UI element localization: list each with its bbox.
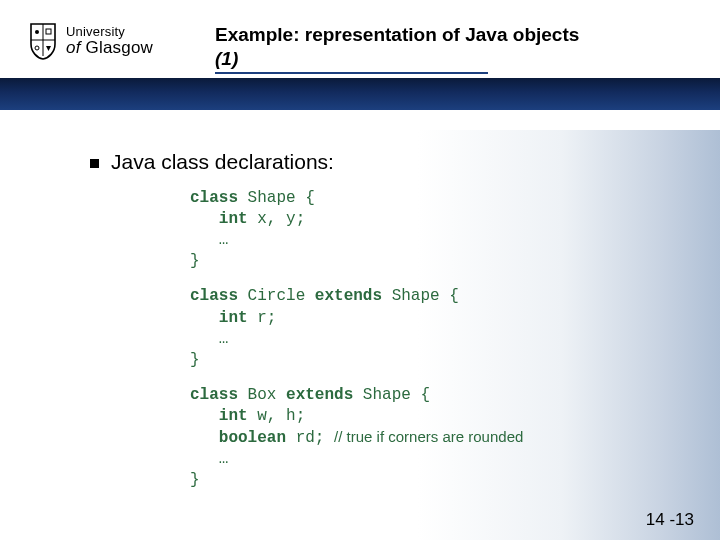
code-comment: // true if corners are rounded: [334, 428, 523, 445]
code-block-box: class Box extends Shape { int w, h; bool…: [190, 385, 720, 492]
header-band: [0, 78, 720, 110]
code-text: Shape {: [382, 287, 459, 305]
kw-class: class: [190, 287, 238, 305]
slide-title: Example: representation of Java objects …: [215, 24, 675, 74]
crest-icon: [28, 22, 58, 60]
code-text: rd;: [286, 429, 334, 447]
logo-line-1: University: [66, 25, 153, 39]
svg-rect-3: [46, 29, 51, 34]
logo-glasgow: Glasgow: [86, 38, 154, 57]
kw-extends: extends: [315, 287, 382, 305]
title-main: Example: representation of Java objects: [215, 24, 675, 46]
kw-int: int: [219, 309, 248, 327]
kw-extends: extends: [286, 386, 353, 404]
code-text: Circle: [238, 287, 315, 305]
bullet-item: Java class declarations:: [90, 150, 720, 174]
code-text: Shape {: [238, 189, 315, 207]
code-brace: }: [190, 471, 200, 489]
kw-boolean: boolean: [219, 429, 286, 447]
university-logo: University of Glasgow: [28, 22, 153, 60]
code-text: Box: [238, 386, 286, 404]
svg-point-4: [35, 46, 39, 50]
logo-text: University of Glasgow: [66, 25, 153, 56]
code-ellipsis: …: [219, 231, 229, 249]
code-ellipsis: …: [219, 450, 229, 468]
bullet-square-icon: [90, 159, 99, 168]
kw-int: int: [219, 210, 248, 228]
code-brace: }: [190, 252, 200, 270]
code-text: r;: [248, 309, 277, 327]
svg-point-2: [35, 30, 39, 34]
title-sequence: (1): [215, 48, 488, 74]
code-text: w, h;: [248, 407, 306, 425]
code-area: class Shape { int x, y; … } class Circle…: [190, 188, 720, 491]
kw-int: int: [219, 407, 248, 425]
logo-of: of: [66, 38, 81, 57]
slide-number: 14 -13: [646, 510, 694, 530]
kw-class: class: [190, 386, 238, 404]
code-block-shape: class Shape { int x, y; … }: [190, 188, 720, 272]
bullet-text: Java class declarations:: [111, 150, 334, 173]
code-ellipsis: …: [219, 330, 229, 348]
code-text: x, y;: [248, 210, 306, 228]
code-brace: }: [190, 351, 200, 369]
code-text: Shape {: [353, 386, 430, 404]
code-block-circle: class Circle extends Shape { int r; … }: [190, 286, 720, 370]
slide: University of Glasgow Example: represent…: [0, 0, 720, 540]
slide-body: Java class declarations: class Shape { i…: [0, 130, 720, 540]
kw-class: class: [190, 189, 238, 207]
